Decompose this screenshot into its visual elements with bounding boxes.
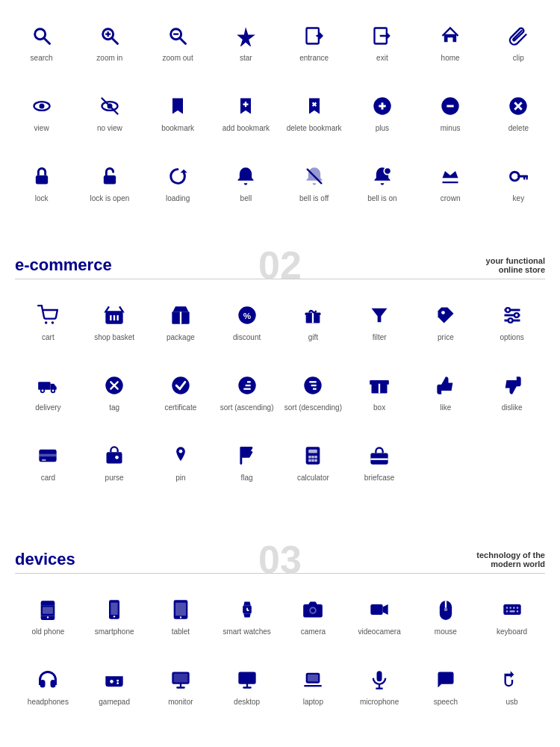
svg-point-57 xyxy=(508,318,512,323)
svg-point-32 xyxy=(384,167,391,174)
icon-tablet: tablet xyxy=(148,589,214,644)
svg-point-80 xyxy=(179,450,183,453)
svg-rect-110 xyxy=(505,607,507,609)
svg-rect-116 xyxy=(516,610,517,612)
svg-rect-122 xyxy=(174,674,188,683)
devices-row2: headphones gamepad monitor desktop lapto… xyxy=(15,651,545,722)
icon-camera: camera xyxy=(280,589,346,644)
icon-exit: exit xyxy=(348,15,416,70)
icon-lock: lock xyxy=(7,155,75,211)
icon-loading: loading xyxy=(144,155,212,211)
icon-purse: purse xyxy=(81,435,148,490)
icon-shop-basket: shop basket xyxy=(81,294,148,350)
icon-usb: usb xyxy=(479,659,545,714)
icon-dislike: dislike xyxy=(479,365,545,420)
icon-keyboard: keyboard xyxy=(479,589,545,644)
svg-rect-113 xyxy=(516,607,517,609)
ecommerce-header: e-commerce 02 your functional online sto… xyxy=(15,255,545,275)
icon-microphone: microphone xyxy=(346,659,413,714)
svg-rect-85 xyxy=(315,456,318,459)
icon-sort-asc: sort (ascending) xyxy=(214,365,280,420)
svg-point-108 xyxy=(444,608,448,612)
devices-subtitle: technology of the modern world xyxy=(476,551,545,568)
icon-delete-bookmark: delete bookmark xyxy=(280,85,348,140)
icon-mouse: mouse xyxy=(413,589,479,644)
svg-rect-58 xyxy=(39,382,51,389)
icon-package: package xyxy=(148,294,214,350)
svg-point-37 xyxy=(45,321,48,324)
svg-text:%: % xyxy=(243,311,251,320)
svg-point-64 xyxy=(172,376,189,394)
icon-box: box xyxy=(346,365,413,420)
svg-marker-106 xyxy=(383,604,388,615)
svg-point-12 xyxy=(39,104,44,109)
svg-point-56 xyxy=(514,313,519,317)
icon-videocamera: videocamera xyxy=(346,589,413,644)
svg-rect-86 xyxy=(309,459,312,462)
svg-rect-84 xyxy=(312,456,315,459)
icon-options: options xyxy=(479,294,545,350)
svg-rect-77 xyxy=(40,454,57,457)
icon-gamepad: gamepad xyxy=(81,659,148,714)
icon-view: view xyxy=(7,85,75,140)
svg-rect-28 xyxy=(35,176,47,185)
icon-price: price xyxy=(413,294,479,350)
icon-bookmark: bookmark xyxy=(144,85,212,140)
svg-point-120 xyxy=(116,682,119,684)
svg-point-99 xyxy=(180,616,181,618)
icon-no-view: no view xyxy=(75,85,143,140)
icon-bell-off: bell is off xyxy=(280,155,348,211)
row-3-grid: lock lock is open loading bell xyxy=(7,148,553,218)
svg-rect-98 xyxy=(175,603,186,616)
ecommerce-number: 02 xyxy=(258,246,302,285)
ecommerce-row2: delivery tag certificate sort (ascending… xyxy=(15,357,545,427)
icon-pin: pin xyxy=(148,435,214,490)
icon-empty2 xyxy=(479,435,545,490)
icon-cart: cart xyxy=(15,294,81,350)
top-section: search zoom in zoom out star xyxy=(0,0,560,218)
icon-certificate: certificate xyxy=(148,365,214,420)
svg-rect-111 xyxy=(509,607,511,609)
devices-title: devices xyxy=(15,550,75,569)
ecommerce-section: e-commerce 02 your functional online sto… xyxy=(0,248,560,512)
row-1-grid: search zoom in zoom out star xyxy=(7,7,553,78)
icon-card: card xyxy=(15,435,81,490)
ecommerce-title: e-commerce xyxy=(15,255,112,275)
svg-point-51 xyxy=(441,311,445,314)
icon-crown: crown xyxy=(417,155,485,211)
ecommerce-subtitle: your functional online store xyxy=(486,256,545,274)
svg-rect-126 xyxy=(377,671,382,681)
icon-star: star xyxy=(212,15,280,70)
icon-smartphone: smartphone xyxy=(81,589,148,644)
icon-briefcase: briefcase xyxy=(346,435,413,490)
icon-entrance: entrance xyxy=(280,15,348,70)
icon-key: key xyxy=(485,155,553,211)
icon-zoom-out: zoom out xyxy=(144,15,212,70)
svg-rect-125 xyxy=(308,675,318,681)
svg-rect-112 xyxy=(513,607,514,609)
svg-rect-115 xyxy=(509,610,514,612)
icon-discount: % discount xyxy=(214,294,280,350)
svg-rect-78 xyxy=(42,459,46,461)
icon-clip: clip xyxy=(485,15,553,70)
svg-point-59 xyxy=(41,389,45,393)
svg-rect-123 xyxy=(238,672,255,684)
devices-section: devices 03 technology of the modern worl… xyxy=(0,542,560,737)
svg-point-60 xyxy=(52,389,55,393)
icon-bell-on: bell is on xyxy=(348,155,416,211)
icon-old-phone: old phone xyxy=(15,589,81,644)
icon-gift: gift xyxy=(280,294,346,350)
icon-speech-bubble: speech xyxy=(413,659,479,714)
svg-point-96 xyxy=(113,616,115,617)
icon-calculator: calculator xyxy=(280,435,346,490)
icon-home: home xyxy=(417,15,485,70)
devices-row1: old phone smartphone tablet smart watche… xyxy=(15,581,545,651)
icon-monitor: monitor xyxy=(148,659,214,714)
row-2-grid: view no view bookmark add bookmark xyxy=(7,78,553,148)
svg-point-55 xyxy=(505,308,510,312)
icon-filter: filter xyxy=(346,294,413,350)
icon-add-bookmark: add bookmark xyxy=(212,85,280,140)
svg-rect-109 xyxy=(503,604,520,615)
icon-search: search xyxy=(7,15,75,70)
svg-marker-50 xyxy=(372,309,388,323)
